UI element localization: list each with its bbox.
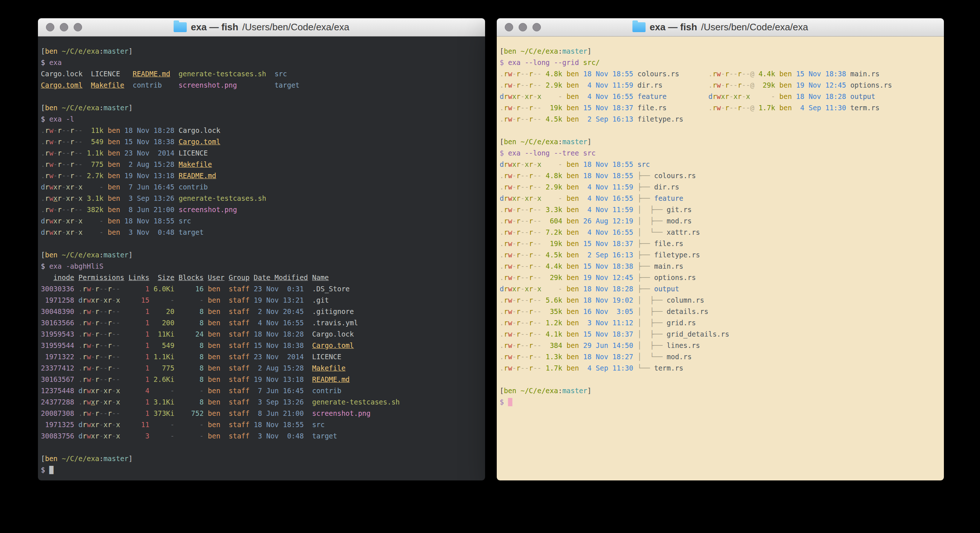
terminal-line: .rw-r--r-- 35k ben 16 Nov 3:05 │ ├── det… [500,306,941,317]
terminal-line: .rw-r--r-- 11k ben 18 Nov 18:28 Cargo.lo… [41,125,482,136]
terminal-line: .rw-r--r-- 4.4k ben 15 Nov 18:38 ├── mai… [500,261,941,272]
terminal-line: 1971325 drwxr-xr-x 11 - - ben staff 18 N… [41,419,482,431]
terminal-line: .rw-r--r-- 4.8k ben 18 Nov 18:55 colours… [500,68,941,80]
terminal-line: $ exa --long --tree src [500,147,941,159]
close-button[interactable] [505,23,513,31]
terminal-line: 30163566 .rw-r--r-- 1 200 8 ben staff 4 … [41,317,482,329]
minimize-button[interactable] [519,23,527,31]
terminal-window-light: exa — fish /Users/ben/Code/exa/exa [ben … [497,18,944,480]
terminal-line: $ █ [41,464,482,476]
terminal-line [500,374,941,385]
terminal-content[interactable]: [ben ~/C/e/exa:master]$ exa --long --gri… [497,37,944,480]
terminal-line: 1971322 .rw-r--r-- 1 1.1Ki 8 ben staff 2… [41,351,482,362]
terminal-line: .rw-r--r-- 2.9k ben 4 Nov 11:59 ├── dir.… [500,182,941,193]
terminal-line: [ben ~/C/e/exa:master] [41,102,482,113]
terminal-line: 30163567 .rw-r--r-- 1 2.6Ki 8 ben staff … [41,374,482,385]
terminal-line: drwxr-xr-x - ben 3 Nov 0:48 target [41,227,482,238]
terminal-line: 20087308 .rw-r--r-- 1 373Ki 752 ben staf… [41,408,482,419]
window-title-path: /Users/ben/Code/exa/exa [701,22,808,33]
terminal-content[interactable]: [ben ~/C/e/exa:master]$ exaCargo.lock LI… [38,37,485,480]
terminal-line: 12375448 drwxr-xr-x 4 - - ben staff 7 Ju… [41,385,482,396]
terminal-line: .rw-r--r-- 4.1k ben 15 Nov 18:37 │ ├── g… [500,329,941,340]
minimize-button[interactable] [60,23,68,31]
terminal-line: drwxr-xr-x - ben 18 Nov 18:55 src [500,159,941,170]
terminal-line: [ben ~/C/e/exa:master] [500,385,941,396]
terminal-line: drwxr-xr-x - ben 4 Nov 16:55 feature drw… [500,91,941,102]
terminal-line: .rw-r--r-- 4.8k ben 18 Nov 18:55 ├── col… [500,170,941,182]
terminal-window-dark: exa — fish /Users/ben/Code/exa/exa [ben … [38,18,485,480]
terminal-line: .rw-r--r-- 5.6k ben 18 Nov 19:02 │ ├── c… [500,295,941,306]
terminal-line: $ exa -abghHliS [41,261,482,272]
terminal-line: Cargo.toml Makefile contrib screenshot.p… [41,80,482,91]
terminal-line: [ben ~/C/e/exa:master] [500,46,941,57]
terminal-line: .rw-r--r-- 4.5k ben 2 Sep 16:13 ├── file… [500,249,941,261]
terminal-line: 30083756 drwxr-xr-x 3 - - ben staff 3 No… [41,431,482,442]
desktop-background: { "window_left": { "title_app": "exa — f… [0,0,980,533]
terminal-line: Cargo.lock LICENCE README.md generate-te… [41,68,482,80]
terminal-line: .rw-r--r-- 19k ben 15 Nov 18:37 file.rs … [500,102,941,113]
terminal-line: drwxr-xr-x - ben 4 Nov 16:55 ├── feature [500,193,941,204]
window-title-app: exa — fish [649,22,697,33]
terminal-line: [ben ~/C/e/exa:master] [41,453,482,464]
terminal-line: [ben ~/C/e/exa:master] [500,136,941,147]
window-title: exa — fish /Users/ben/Code/exa/exa [632,22,808,33]
terminal-line: .rw-r--r-- 4.5k ben 2 Sep 16:13 filetype… [500,113,941,125]
terminal-line: 24377288 .rwxr-xr-x 1 3.1Ki 8 ben staff … [41,396,482,408]
terminal-line: 31959544 .rw-r--r-- 1 549 8 ben staff 15… [41,340,482,351]
terminal-line: 30030336 .rw-r--r-- 1 6.0Ki 16 ben staff… [41,283,482,295]
window-title-app: exa — fish [191,22,238,33]
terminal-line: .rw-r--r-- 1.1k ben 23 Nov 2014 LICENCE [41,147,482,159]
terminal-line: .rw-r--r-- 384 ben 29 Jun 14:50 │ ├── li… [500,340,941,351]
terminal-line: $ exa [41,57,482,68]
terminal-line: .rw-r--r-- 29k ben 19 Nov 12:45 ├── opti… [500,272,941,283]
terminal-line [41,238,482,249]
terminal-line: 23377412 .rw-r--r-- 1 775 8 ben staff 2 … [41,362,482,374]
terminal-line: 1971258 drwxr-xr-x 15 - - ben staff 19 N… [41,295,482,306]
terminal-line: .rw-r--r-- 549 ben 15 Nov 18:38 Cargo.to… [41,136,482,147]
terminal-line: 31959543 .rw-r--r-- 1 11Ki 24 ben staff … [41,329,482,340]
terminal-line: .rw-r--r-- 1.2k ben 3 Nov 11:12 │ ├── gr… [500,317,941,329]
terminal-line: .rw-r--r-- 604 ben 26 Aug 12:19 │ ├── mo… [500,215,941,227]
traffic-lights [505,18,541,36]
terminal-line [41,91,482,102]
terminal-cursor: █ [49,466,53,474]
terminal-line: drwxr-xr-x - ben 7 Jun 16:45 contrib [41,182,482,193]
terminal-line: [ben ~/C/e/exa:master] [41,46,482,57]
terminal-line: .rw-r--r-- 2.9k ben 4 Nov 11:59 dir.rs .… [500,80,941,91]
window-title-path: /Users/ben/Code/exa/exa [242,22,349,33]
terminal-line: $ exa --long --grid src/ [500,57,941,68]
titlebar[interactable]: exa — fish /Users/ben/Code/exa/exa [497,18,944,37]
terminal-line: $ exa -l [41,113,482,125]
terminal-line: inode Permissions Links Size Blocks User… [41,272,482,283]
terminal-line: .rw-r--r-- 775 ben 2 Aug 15:28 Makefile [41,159,482,170]
terminal-line: .rw-r--r-- 382k ben 8 Jun 21:00 screensh… [41,204,482,215]
terminal-line: .rw-r--r-- 7.2k ben 4 Nov 16:55 │ └── xa… [500,227,941,238]
terminal-line: .rw-r--r-- 3.3k ben 4 Nov 11:59 │ ├── gi… [500,204,941,215]
terminal-line: .rw-r--r-- 1.3k ben 18 Nov 18:27 │ └── m… [500,351,941,362]
terminal-line: .rwxr-xr-x 3.1k ben 3 Sep 13:26 generate… [41,193,482,204]
titlebar[interactable]: exa — fish /Users/ben/Code/exa/exa [38,18,485,37]
folder-icon [632,22,646,32]
terminal-line: drwxr-xr-x - ben 18 Nov 18:28 ├── output [500,283,941,295]
terminal-line [41,442,482,453]
traffic-lights [46,18,82,36]
terminal-line: [ben ~/C/e/exa:master] [41,249,482,261]
zoom-button[interactable] [533,23,541,31]
terminal-line: $ █ [500,396,941,408]
folder-icon [173,22,187,32]
terminal-line: .rw-r--r-- 19k ben 15 Nov 18:37 ├── file… [500,238,941,249]
terminal-line: .rw-r--r-- 1.7k ben 4 Sep 11:30 └── term… [500,362,941,374]
terminal-line: drwxr-xr-x - ben 18 Nov 18:55 src [41,215,482,227]
terminal-cursor: █ [508,398,512,406]
zoom-button[interactable] [74,23,82,31]
terminal-line [500,125,941,136]
close-button[interactable] [46,23,54,31]
terminal-line: .rw-r--r-- 2.7k ben 19 Nov 13:18 README.… [41,170,482,182]
terminal-line: 30048390 .rw-r--r-- 1 20 8 ben staff 2 N… [41,306,482,317]
window-title: exa — fish /Users/ben/Code/exa/exa [173,22,349,33]
